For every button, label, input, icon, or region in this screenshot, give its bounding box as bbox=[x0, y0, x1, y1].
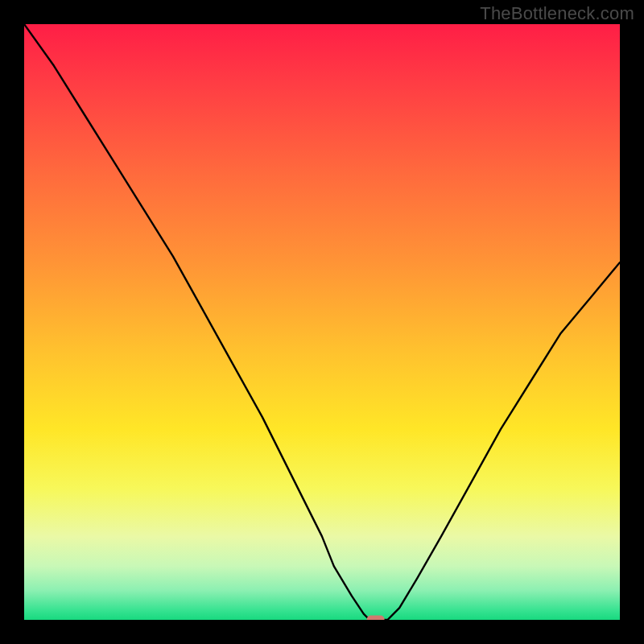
chart-background-gradient bbox=[24, 24, 620, 620]
optimal-point-marker bbox=[367, 616, 385, 621]
watermark-text: TheBottleneck.com bbox=[480, 3, 634, 24]
bottleneck-chart bbox=[24, 24, 620, 620]
chart-frame: TheBottleneck.com bbox=[0, 0, 644, 644]
